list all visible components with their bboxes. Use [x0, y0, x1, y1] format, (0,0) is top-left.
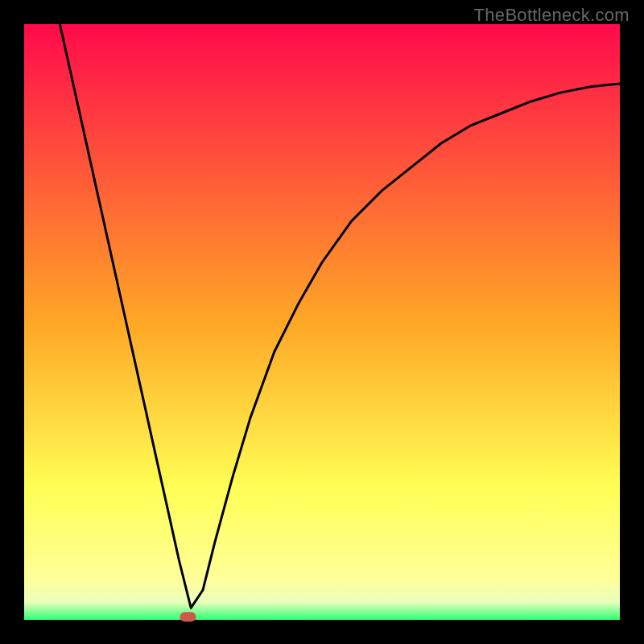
chart-container: TheBottleneck.com — [0, 0, 644, 644]
watermark-text: TheBottleneck.com — [474, 5, 630, 26]
marker-optimal-point — [180, 612, 196, 621]
chart-background — [24, 24, 620, 620]
bottleneck-chart — [0, 0, 644, 644]
